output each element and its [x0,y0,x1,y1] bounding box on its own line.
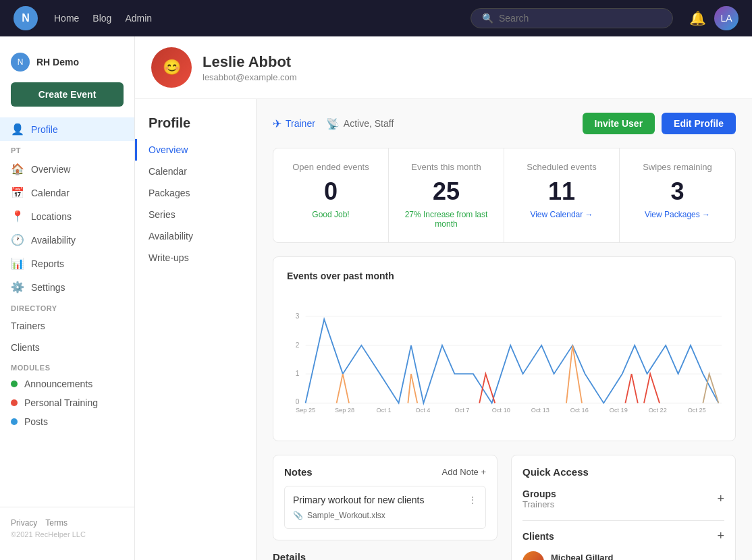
chart-title: Events over past month [287,271,722,281]
brand-name: RH Demo [36,57,79,67]
stat-sub-0: Good Job! [287,210,375,219]
sidebar-item-trainers[interactable]: Trainers [0,315,134,337]
profile-nav-calendar[interactable]: Calendar [135,161,256,182]
sidebar-brand[interactable]: N RH Demo [0,47,134,82]
terms-link[interactable]: Terms [45,518,68,528]
profile-nav: Profile Overview Calendar Packages Serie… [135,99,257,560]
notes-header: Notes Add Note + [284,466,486,478]
note-menu-button[interactable]: ⋮ [468,495,477,511]
qa-groups-add-button[interactable]: + [717,492,724,506]
quick-access: Quick Access Groups Trainers + [511,455,736,560]
sidebar-calendar-label: Calendar [31,188,70,198]
active-badge: 📡 Active, Staff [326,117,394,130]
modules-label: MODULES [0,358,134,374]
profile-nav-title: Profile [135,110,256,139]
stat-scheduled-events: Scheduled events 11 View Calendar → [504,148,620,242]
directory-label: DIRECTORY [0,299,134,315]
attachment-icon: 📎 [293,511,303,520]
qa-title: Quick Access [522,466,724,478]
nav-link-blog[interactable]: Blog [92,13,111,24]
top-nav-icons: 🔔 LA [689,6,738,30]
sidebar-item-overview[interactable]: 🏠 Overview [0,157,134,181]
pt-label-module: Personal Training [24,397,98,408]
sidebar-item-reports[interactable]: 📊 Reports [0,252,134,275]
client-1-name: Micheal Gillard [551,553,629,561]
privacy-link[interactable]: Privacy [11,518,37,528]
stat-label-0: Open ended events [287,162,375,172]
view-packages-link[interactable]: View Packages → [633,210,722,219]
announcements-label: Announcements [24,379,92,389]
profile-avatar: 😊 [151,47,192,88]
stat-sub-1: 27% Increase from last month [402,210,490,229]
calendar-icon: 📅 [11,186,24,199]
qa-client-1: Micheal Gillard gillard@example.com [522,547,724,560]
edit-profile-button[interactable]: Edit Profile [662,113,736,134]
reports-icon: 📊 [11,257,24,270]
nav-link-admin[interactable]: Admin [125,13,152,24]
svg-text:3: 3 [296,312,300,320]
user-avatar[interactable]: LA [714,6,738,30]
create-event-button[interactable]: Create Event [11,82,124,107]
profile-nav-series[interactable]: Series [135,204,256,225]
qa-clients-header: Clients + [522,529,724,543]
events-chart: 3 2 1 0 [287,292,722,427]
profile-nav-packages[interactable]: Packages [135,182,256,204]
announcements-dot [11,381,18,387]
sidebar-item-clients[interactable]: Clients [0,337,134,358]
search-input[interactable] [499,13,662,24]
locations-icon: 📍 [11,210,24,223]
profile-email: lesabbot@example.com [203,72,297,82]
qa-groups: Groups Trainers + [522,488,724,509]
nav-link-home[interactable]: Home [54,13,79,24]
stat-open-events: Open ended events 0 Good Job! [273,148,389,242]
stat-month-events: Events this month 25 27% Increase from l… [389,148,504,242]
profile-nav-overview[interactable]: Overview [135,139,256,161]
svg-text:Oct 7: Oct 7 [454,407,469,414]
posts-label: Posts [24,416,48,427]
chart-section: Events over past month 3 2 1 0 [273,256,736,441]
sidebar-item-profile[interactable]: 👤 Profile [0,117,134,141]
bell-icon[interactable]: 🔔 [689,10,706,26]
svg-text:Oct 1: Oct 1 [377,407,392,414]
svg-text:Sep 25: Sep 25 [296,407,315,414]
trainer-badge: ✈ Trainer [273,117,315,130]
note-card: Primary workout for new clients ⋮ 📎 Samp… [284,486,486,529]
nav-links: Home Blog Admin [54,13,152,24]
sidebar: N RH Demo Create Event 👤 Profile PT 🏠 Ov… [0,36,135,560]
svg-text:Oct 19: Oct 19 [610,407,628,414]
sidebar-availability-label: Availability [31,235,76,246]
svg-text:Oct 10: Oct 10 [492,407,510,414]
svg-text:1: 1 [296,370,300,377]
sidebar-item-availability[interactable]: 🕐 Availability [0,228,134,252]
stat-value-0: 0 [287,177,375,206]
view-calendar-link[interactable]: View Calendar → [518,210,606,219]
qa-groups-header: Groups Trainers + [522,488,724,509]
details-section: Details Created At a month ago Last Cont… [273,551,498,560]
svg-text:Oct 16: Oct 16 [570,407,589,414]
qa-clients-add-button[interactable]: + [717,529,724,543]
sidebar-item-locations[interactable]: 📍 Locations [0,204,134,228]
sidebar-item-settings[interactable]: ⚙️ Settings [0,275,134,299]
copyright: ©2021 RecHelper LLC [11,530,124,538]
profile-icon: 👤 [11,123,24,136]
qa-clients-name: Clients [522,531,554,542]
invite-user-button[interactable]: Invite User [583,113,655,134]
add-note-button[interactable]: Add Note + [442,467,486,477]
sidebar-module-posts[interactable]: Posts [0,412,134,431]
profile-badges: ✈ Trainer 📡 Active, Staff [273,117,394,130]
svg-text:2: 2 [296,341,300,349]
profile-nav-writeups[interactable]: Write-ups [135,247,256,269]
search-box[interactable]: 🔍 [471,8,673,28]
stat-label-1: Events this month [402,162,490,172]
pt-label: PT [0,141,134,157]
settings-icon: ⚙️ [11,281,24,293]
sidebar-overview-label: Overview [31,164,70,175]
stats-row: Open ended events 0 Good Job! Events thi… [273,148,736,243]
sidebar-module-pt[interactable]: Personal Training [0,393,134,412]
sidebar-item-calendar[interactable]: 📅 Calendar [0,181,134,204]
logo-icon[interactable]: N [14,6,38,30]
sidebar-module-announcements[interactable]: Announcements [0,374,134,393]
details-title: Details [273,551,498,560]
attachment-name: Sample_Workout.xlsx [307,511,385,520]
profile-nav-availability[interactable]: Availability [135,225,256,247]
